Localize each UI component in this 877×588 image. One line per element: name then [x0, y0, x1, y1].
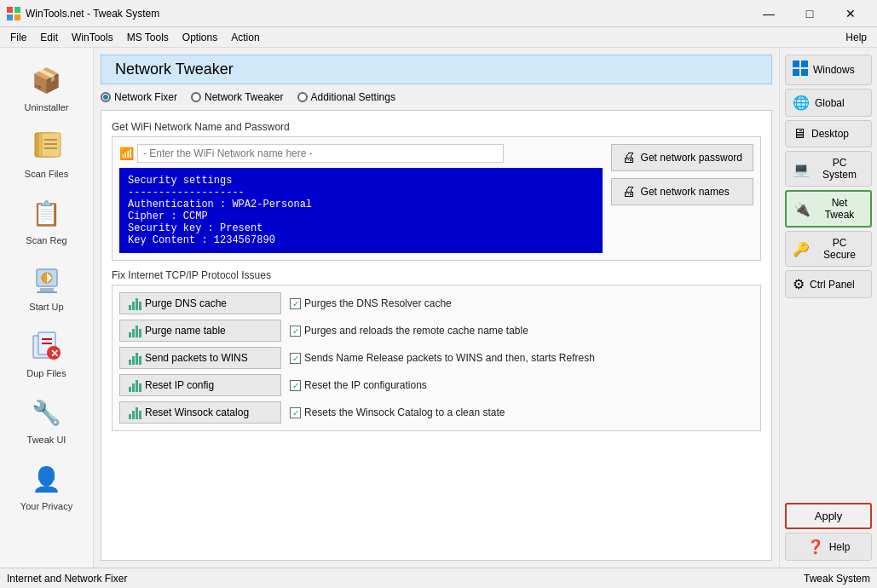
right-btn-global[interactable]: 🌐 Global	[785, 89, 872, 117]
checkbox-reset-ip[interactable]: ✓	[290, 380, 301, 391]
purge-dns-label: Purge DNS cache	[145, 297, 227, 309]
printer-icon-1: 🖨	[622, 150, 636, 165]
printer-icon-2: 🖨	[622, 184, 636, 199]
tab-additional-settings[interactable]: Additional Settings	[297, 91, 395, 103]
svg-text:✕: ✕	[50, 348, 59, 360]
sidebar-item-dup-files[interactable]: ✕ Dup Files	[9, 320, 85, 383]
fix-row-purge-name: Purge name table ✓ Purges and reloads th…	[119, 320, 753, 342]
svg-rect-0	[7, 7, 13, 13]
sidebar-item-scan-files[interactable]: Scan Files	[9, 121, 85, 184]
tab-network-fixer[interactable]: Network Fixer	[101, 91, 177, 103]
tab-label-additional-settings: Additional Settings	[311, 91, 395, 103]
fix-section-label: Fix Internet TCP/IP Protocol Issues	[112, 269, 761, 281]
sidebar-label-uninstaller: Uninstaller	[25, 102, 69, 112]
dup-files-icon: ✕	[26, 326, 67, 366]
right-btn-pc-system[interactable]: 💻 PC System	[785, 151, 872, 187]
get-network-names-label: Get network names	[641, 186, 730, 198]
get-network-names-button[interactable]: 🖨 Get network names	[611, 178, 753, 205]
send-packets-label: Send packets to WINS	[145, 352, 248, 364]
wifi-section-label: Get WiFi Network Name and Password	[112, 121, 761, 133]
wifi-buttons: 🖨 Get network password 🖨 Get network nam…	[611, 144, 753, 253]
sidebar-item-tweak-ui[interactable]: 🔧 Tweak UI	[9, 387, 85, 450]
reset-ip-description: Reset the IP configurations	[304, 379, 427, 391]
help-label: Help	[829, 541, 851, 553]
status-bar: Internet and Network Fixer Tweak System	[0, 568, 877, 588]
fix-row-send-packets: Send packets to WINS ✓ Sends Name Releas…	[119, 347, 753, 369]
menu-help[interactable]: Help	[839, 30, 874, 45]
svg-rect-23	[793, 69, 799, 76]
sidebar-item-uninstaller[interactable]: 📦 Uninstaller	[9, 55, 85, 118]
page-title: Network Tweaker	[101, 55, 772, 84]
scan-files-icon	[26, 126, 67, 167]
wifi-network-input[interactable]	[137, 144, 504, 163]
tab-network-tweaker[interactable]: Network Tweaker	[191, 91, 283, 103]
svg-rect-2	[7, 14, 13, 20]
terminal-line6: Key Content : 1234567890	[128, 234, 594, 246]
reset-ip-label: Reset IP config	[145, 379, 214, 391]
fix-check-send-packets: ✓ Sends Name Release packets to WINS and…	[290, 352, 595, 364]
right-btn-pc-secure[interactable]: 🔑 PC Secure	[785, 231, 872, 267]
checkbox-purge-dns[interactable]: ✓	[290, 298, 301, 309]
svg-rect-21	[793, 61, 799, 67]
wifi-input-row: 📶	[119, 144, 603, 163]
menu-mstools[interactable]: MS Tools	[120, 30, 176, 45]
menu-wintools[interactable]: WinTools	[65, 30, 120, 45]
menu-action[interactable]: Action	[224, 30, 266, 45]
menu-options[interactable]: Options	[176, 30, 224, 45]
close-button[interactable]: ✕	[831, 0, 870, 27]
svg-rect-3	[14, 14, 20, 20]
terminal-line2: -------------------	[128, 187, 594, 199]
right-btn-pc-system-label: PC System	[815, 157, 864, 181]
purge-name-button[interactable]: Purge name table	[119, 320, 281, 342]
menu-bar: File Edit WinTools MS Tools Options Acti…	[0, 27, 877, 48]
apply-button[interactable]: Apply	[785, 503, 872, 529]
purge-name-description: Purges and reloads the remote cache name…	[304, 325, 528, 337]
bar-chart-icon-5	[129, 406, 141, 419]
right-btn-pc-secure-label: PC Secure	[815, 237, 864, 261]
sidebar-label-your-privacy: Your Privacy	[20, 501, 72, 511]
terminal-line3: Authentication : WPA2-Personal	[128, 199, 594, 210]
get-network-password-button[interactable]: 🖨 Get network password	[611, 144, 753, 171]
tab-label-network-tweaker: Network Tweaker	[205, 91, 283, 103]
right-btn-net-tweak-label: Net Tweak	[816, 197, 863, 221]
menu-file[interactable]: File	[3, 30, 33, 45]
right-sidebar-spacer	[785, 302, 872, 499]
sidebar-label-tweak-ui: Tweak UI	[27, 435, 66, 445]
svg-rect-11	[40, 288, 54, 291]
fix-row-reset-ip: Reset IP config ✓ Reset the IP configura…	[119, 374, 753, 396]
scan-reg-icon: 📋	[26, 193, 67, 233]
bar-chart-icon-4	[129, 378, 141, 392]
svg-rect-1	[14, 7, 20, 13]
sidebar-item-your-privacy[interactable]: 👤 Your Privacy	[9, 453, 85, 516]
right-btn-ctrl-panel[interactable]: ⚙ Ctrl Panel	[785, 270, 872, 298]
svg-rect-24	[801, 69, 808, 76]
send-packets-button[interactable]: Send packets to WINS	[119, 347, 281, 369]
reset-winsock-description: Resets the Winsock Catalog to a clean st…	[304, 406, 505, 418]
sidebar-item-start-up[interactable]: Start Up	[9, 254, 85, 317]
minimize-button[interactable]: —	[749, 0, 788, 27]
menu-edit[interactable]: Edit	[33, 30, 65, 45]
title-bar: WinTools.net - Tweak System — □ ✕	[0, 0, 877, 27]
terminal-line1: Security settings	[128, 175, 594, 187]
window-controls: — □ ✕	[749, 0, 870, 27]
windows-icon	[793, 61, 808, 79]
checkbox-send-packets[interactable]: ✓	[290, 353, 301, 364]
fix-check-purge-dns: ✓ Purges the DNS Resolver cache	[290, 297, 452, 309]
maximize-button[interactable]: □	[790, 0, 829, 27]
reset-winsock-button[interactable]: Reset Winsock catalog	[119, 401, 281, 424]
sidebar-item-scan-reg[interactable]: 📋 Scan Reg	[9, 187, 85, 251]
checkbox-purge-name[interactable]: ✓	[290, 326, 301, 337]
right-btn-net-tweak[interactable]: 🔌 Net Tweak	[785, 190, 872, 228]
apply-label: Apply	[815, 510, 843, 522]
start-up-icon	[26, 259, 67, 300]
help-button[interactable]: ❓ Help	[785, 533, 872, 561]
checkbox-reset-winsock[interactable]: ✓	[290, 407, 301, 418]
fix-row-reset-winsock: Reset Winsock catalog ✓ Resets the Winso…	[119, 401, 753, 424]
right-btn-desktop[interactable]: 🖥 Desktop	[785, 120, 872, 147]
window-title: WinTools.net - Tweak System	[26, 8, 749, 20]
desktop-icon: 🖥	[793, 126, 806, 141]
right-btn-windows[interactable]: Windows	[785, 55, 872, 85]
purge-dns-button[interactable]: Purge DNS cache	[119, 292, 281, 314]
fix-table: Purge DNS cache ✓ Purges the DNS Resolve…	[112, 285, 761, 431]
reset-ip-button[interactable]: Reset IP config	[119, 374, 281, 396]
